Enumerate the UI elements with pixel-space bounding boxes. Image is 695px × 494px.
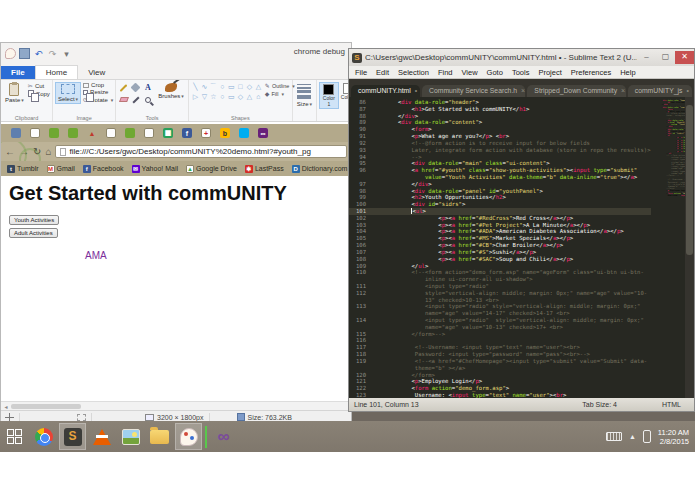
save-icon[interactable] [19, 48, 30, 59]
code-line[interactable]: 95 <div data-role="main" class="ui-conte… [349, 160, 651, 167]
youth-activities-button[interactable]: Youth Activities [9, 215, 59, 225]
code-line[interactable]: 94 --> [349, 154, 651, 161]
paint-horizontal-scrollbar[interactable]: ◂ [1, 401, 351, 410]
redo-icon[interactable]: ↷ [47, 48, 58, 59]
visual-studio-icon[interactable]: ∞ [210, 423, 237, 450]
resize-button[interactable]: Resize [83, 89, 113, 95]
code-line[interactable]: 91 <p>What age are you?</p> <br> [349, 133, 651, 140]
tab-favicon-document[interactable] [30, 128, 40, 138]
code-line[interactable]: 119 <!--<a href="#ChefHomepage"><input t… [349, 358, 651, 365]
color1-button[interactable]: Color 1 [319, 82, 339, 109]
code-line[interactable]: 90 <form> [349, 126, 651, 133]
photos-icon[interactable] [117, 423, 144, 450]
tab-file[interactable]: File [1, 66, 35, 79]
code-line[interactable]: 13" checked>10-13 <br> [349, 297, 651, 304]
code-line[interactable]: 88 </div> [349, 113, 651, 120]
menu-item-project[interactable]: Project [538, 68, 561, 77]
editor-tab-stripped-down-community[interactable]: Stripped_Down Community× [527, 85, 625, 97]
eraser-tool-icon[interactable] [119, 97, 129, 102]
scrollbar-thumb[interactable] [686, 105, 693, 255]
home-icon[interactable]: ⌂ [45, 147, 51, 157]
forward-icon[interactable]: → [19, 147, 29, 157]
code-line[interactable]: 106 <p><a href="#CB">Char Broiler</a></p… [349, 242, 651, 249]
sublime-icon[interactable]: S [59, 423, 86, 450]
code-line[interactable]: 99 <h2>Youth Oppurtunities</h2> [349, 194, 651, 201]
code-line[interactable]: 96 <a href="#youth" class="show-youth-ac… [349, 167, 651, 174]
code-line[interactable]: 117 <!--Username: <input type="text" nam… [349, 344, 651, 351]
code-line[interactable]: 123 Username: <input type="text" name="u… [349, 392, 651, 398]
minimap[interactable]: <div data-role="header"> <h1>Get Started… [652, 99, 685, 398]
tab-favicon-blue-app[interactable] [11, 128, 21, 138]
code-line[interactable]: 87 <h1>Get Started with commUNITY</h1> [349, 106, 651, 113]
tab-favicon-windows[interactable] [239, 128, 249, 138]
paint-titlebar[interactable]: ↶↷▾ chrome debug [1, 43, 351, 64]
tab-favicon-document[interactable] [106, 128, 116, 138]
device-icon[interactable] [643, 430, 651, 443]
close-button[interactable]: ✕ [675, 51, 694, 64]
code-line[interactable]: theme="b" ></a> [349, 365, 651, 372]
bookmark-dictionary-com[interactable]: DDictionary.com [292, 165, 348, 173]
paint-icon[interactable] [175, 423, 202, 450]
menu-item-selection[interactable]: Selection [398, 68, 429, 77]
code-line[interactable]: 89 <div data-role="content"> [349, 119, 651, 126]
taskbar-clock[interactable]: 11:20 AM 2/8/2015 [658, 428, 689, 446]
code-line[interactable]: 93 Later, integrate form action with dat… [349, 147, 651, 154]
code-editor[interactable]: 86 <div data-role="header">87 <h1>Get St… [349, 97, 694, 398]
menu-item-file[interactable]: File [355, 68, 367, 77]
code-line[interactable]: 105 <p><a href="#MS">Market Specials</a>… [349, 235, 651, 242]
keyboard-icon[interactable] [606, 432, 622, 441]
color-picker-tool-icon[interactable] [132, 96, 139, 103]
tab-favicon-red-cross[interactable]: + [201, 128, 211, 138]
file-explorer-icon[interactable] [146, 423, 173, 450]
shape-icon[interactable]: ○ [218, 82, 227, 92]
shape-icon[interactable]: ▭ [227, 92, 236, 102]
minimize-button[interactable]: – [637, 51, 656, 64]
maximize-button[interactable]: ▢ [656, 51, 675, 64]
adult-activities-button[interactable]: Adult Activities [9, 228, 58, 238]
code-line[interactable]: 110 <!--<form action="demo_form.asp" nam… [349, 269, 651, 276]
brushes-button[interactable]: Brushes▾ [156, 82, 186, 100]
code-line[interactable]: 104 <p><a href="#ADA">American Diabetes … [349, 228, 651, 235]
editor-tab-community-html[interactable]: commUNITY.html• [351, 85, 420, 97]
code-line[interactable]: 101 <ul> [349, 208, 651, 215]
undo-icon[interactable]: ↶ [33, 48, 44, 59]
code-line[interactable]: 108 <p><a href="#SAC">Soup and Chili</a>… [349, 256, 651, 263]
bookmark-facebook[interactable]: fFacebook [83, 165, 124, 173]
menu-item-goto[interactable]: Goto [487, 68, 503, 77]
shape-icon[interactable]: ▷ [191, 92, 200, 102]
menu-item-help[interactable]: Help [620, 68, 635, 77]
shape-icon[interactable]: ▭ [227, 82, 236, 92]
editor-vertical-scrollbar[interactable] [685, 97, 694, 398]
shape-icon[interactable]: □ [236, 82, 245, 92]
code-line[interactable]: 114 <input type="radio" style="vertical-… [349, 317, 651, 324]
code-line[interactable]: value="Youth Activities" data-theme="b" … [349, 174, 651, 181]
menu-item-find[interactable]: Find [438, 68, 453, 77]
syntax-mode[interactable]: HTML [662, 401, 681, 408]
bookmark-gmail[interactable]: MGmail [47, 165, 75, 173]
tab-view[interactable]: View [78, 66, 115, 79]
tab-favicon-leaf[interactable] [68, 128, 78, 138]
code-line[interactable]: 118 Password: <input type="password" nam… [349, 351, 651, 358]
shape-icon[interactable]: ╲ [191, 82, 200, 92]
tab-close-icon[interactable]: × [521, 87, 525, 94]
tab-favicon-leaf[interactable] [49, 128, 59, 138]
magnifier-tool-icon[interactable] [145, 97, 151, 103]
bookmark-tumblr[interactable]: tTumblr [7, 165, 39, 173]
paste-button[interactable]: Paste▾ [3, 82, 26, 104]
code-line[interactable]: 97 </div> [349, 181, 651, 188]
code-line[interactable]: 98 <div data-role="panel" id="youthPanel… [349, 188, 651, 195]
bookmark-yahoo-mail[interactable]: ✉Yahoo! Mail [132, 165, 178, 173]
ama-link[interactable]: AMA [85, 250, 107, 261]
text-tool-icon[interactable]: A [145, 83, 151, 92]
shape-icon[interactable]: ○ [218, 92, 227, 102]
shape-icon[interactable]: ⌒ [209, 82, 218, 92]
code-line[interactable]: 113 <input type="radio" style="vertical-… [349, 303, 651, 310]
tab-favicon-red-triangle[interactable]: ▲ [87, 128, 97, 138]
code-line[interactable]: 86 <div data-role="header"> [349, 99, 651, 106]
paint-canvas[interactable]: ▲▦f+b∞ ← → ↻ ⌂ file:///C:/Users/gwc/Desk… [1, 122, 351, 401]
menu-item-preferences[interactable]: Preferences [571, 68, 611, 77]
scroll-thumb[interactable] [11, 404, 81, 409]
crop-button[interactable]: Crop [83, 82, 113, 88]
code-line[interactable]: 102 <p><a href="#RedCross">Red Cross</a>… [349, 215, 651, 222]
shapes-grid[interactable]: ╲∿⌒○▭□◇△▷▽☆○▭◇△⌂ [191, 82, 263, 102]
